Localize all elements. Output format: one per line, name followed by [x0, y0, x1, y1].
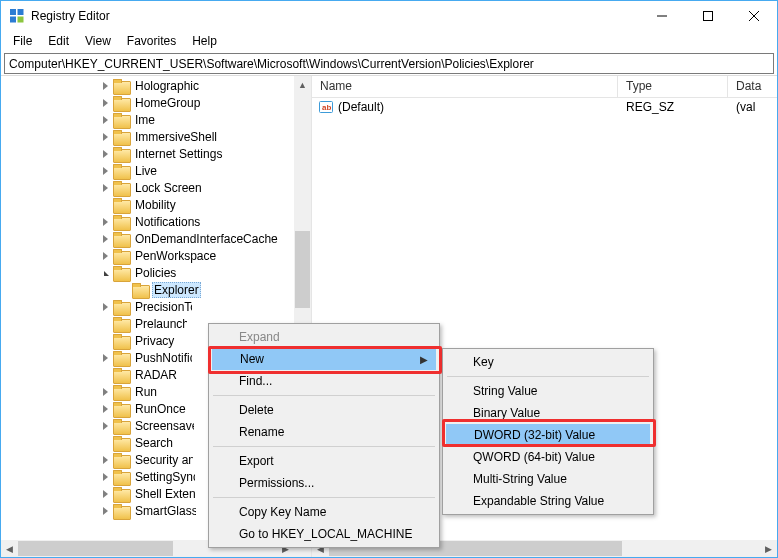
separator [213, 497, 435, 498]
chevron-right-icon[interactable] [97, 486, 113, 502]
app-icon [9, 8, 25, 24]
chevron-right-icon[interactable] [97, 78, 113, 94]
chevron-right-icon[interactable] [97, 163, 113, 179]
col-header-data[interactable]: Data [728, 76, 777, 97]
scroll-right-button[interactable]: ▶ [760, 540, 777, 557]
folder-icon [113, 164, 129, 178]
folder-icon [113, 385, 129, 399]
chevron-right-icon[interactable] [97, 418, 113, 434]
tree-item[interactable]: PenWorkspace [1, 247, 294, 264]
tree-item[interactable]: Notifications [1, 213, 294, 230]
chevron-right-icon[interactable] [97, 231, 113, 247]
value-name: (Default) [338, 100, 384, 114]
tree-item[interactable]: Explorer [1, 281, 294, 298]
ctx-goto-hklm[interactable]: Go to HKEY_LOCAL_MACHINE [211, 523, 437, 545]
ctx-export[interactable]: Export [211, 450, 437, 472]
col-header-type[interactable]: Type [618, 76, 728, 97]
chevron-right-icon[interactable] [97, 384, 113, 400]
folder-icon [113, 436, 129, 450]
tree-item[interactable]: Holographic [1, 77, 294, 94]
chevron-right-icon[interactable] [97, 95, 113, 111]
ctx-permissions[interactable]: Permissions... [211, 472, 437, 494]
chevron-right-icon[interactable] [97, 401, 113, 417]
tree-item[interactable]: OnDemandInterfaceCache [1, 230, 294, 247]
folder-icon [113, 504, 129, 518]
folder-icon [113, 453, 129, 467]
menu-file[interactable]: File [5, 32, 40, 50]
folder-icon [113, 351, 129, 365]
window-title: Registry Editor [31, 9, 639, 23]
value-type: REG_SZ [618, 100, 728, 114]
tree-item-label: Run [133, 385, 159, 399]
minimize-button[interactable] [639, 1, 685, 31]
svg-rect-1 [18, 9, 24, 15]
chevron-right-icon[interactable] [97, 248, 113, 264]
tree-item[interactable]: Lock Screen [1, 179, 294, 196]
folder-icon [113, 249, 129, 263]
ctx-new-multistring[interactable]: Multi-String Value [445, 468, 651, 490]
tree-item[interactable]: Live [1, 162, 294, 179]
tree-item-label: Security and Maintenance [133, 453, 193, 467]
scroll-thumb[interactable] [295, 231, 310, 308]
tree-item[interactable]: Ime [1, 111, 294, 128]
svg-rect-0 [10, 9, 16, 15]
ctx-new-key[interactable]: Key [445, 351, 651, 373]
folder-icon [113, 198, 129, 212]
tree-item-label: Search [133, 436, 175, 450]
menu-view[interactable]: View [77, 32, 119, 50]
chevron-down-icon[interactable] [97, 265, 113, 281]
address-bar[interactable]: Computer\HKEY_CURRENT_USER\Software\Micr… [4, 53, 774, 74]
chevron-right-icon[interactable] [97, 112, 113, 128]
menu-help[interactable]: Help [184, 32, 225, 50]
chevron-right-icon[interactable] [97, 350, 113, 366]
scroll-hthumb[interactable] [18, 541, 173, 556]
separator [213, 446, 435, 447]
chevron-right-icon[interactable] [97, 469, 113, 485]
tree-item[interactable]: Internet Settings [1, 145, 294, 162]
tree-item-label: SmartGlass [133, 504, 196, 518]
chevron-right-icon[interactable] [97, 180, 113, 196]
menu-edit[interactable]: Edit [40, 32, 77, 50]
chevron-right-icon[interactable] [97, 452, 113, 468]
col-header-name[interactable]: Name [312, 76, 618, 97]
chevron-right-icon[interactable] [97, 503, 113, 519]
svg-rect-3 [18, 17, 24, 23]
folder-icon [113, 96, 129, 110]
svg-text:ab: ab [322, 103, 331, 112]
ctx-new-string[interactable]: String Value [445, 380, 651, 402]
menu-favorites[interactable]: Favorites [119, 32, 184, 50]
ctx-rename[interactable]: Rename [211, 421, 437, 443]
ctx-delete[interactable]: Delete [211, 399, 437, 421]
tree-item-label: Explorer [152, 282, 201, 298]
chevron-right-icon[interactable] [97, 299, 113, 315]
tree-item-label: Holographic [133, 79, 201, 93]
ctx-new-qword[interactable]: QWORD (64-bit) Value [445, 446, 651, 468]
ctx-new-expandstring[interactable]: Expandable String Value [445, 490, 651, 512]
titlebar: Registry Editor [1, 1, 777, 31]
ctx-copy-key-name[interactable]: Copy Key Name [211, 501, 437, 523]
value-row[interactable]: ab (Default) REG_SZ (val [312, 98, 777, 116]
tree-item-label: Mobility [133, 198, 178, 212]
tree-item[interactable]: Policies [1, 264, 294, 281]
folder-icon [113, 232, 129, 246]
folder-icon [113, 113, 129, 127]
chevron-right-icon[interactable] [97, 129, 113, 145]
value-data: (val [728, 100, 777, 114]
tree-item-label: RunOnce [133, 402, 188, 416]
chevron-right-icon[interactable] [97, 214, 113, 230]
tree-item[interactable]: PrecisionTouchPad [1, 298, 294, 315]
address-text: Computer\HKEY_CURRENT_USER\Software\Micr… [9, 57, 534, 71]
maximize-button[interactable] [685, 1, 731, 31]
tree-item-label: Live [133, 164, 159, 178]
svg-rect-2 [10, 17, 16, 23]
highlight-box-dword [442, 419, 656, 447]
tree-item[interactable]: Mobility [1, 196, 294, 213]
chevron-right-icon[interactable] [97, 146, 113, 162]
close-button[interactable] [731, 1, 777, 31]
tree-item[interactable]: HomeGroup [1, 94, 294, 111]
menubar: File Edit View Favorites Help [1, 31, 777, 51]
scroll-left-button[interactable]: ◀ [1, 540, 18, 557]
tree-item-label: Shell Extensions [133, 487, 195, 501]
scroll-up-button[interactable]: ▲ [294, 76, 311, 93]
tree-item[interactable]: ImmersiveShell [1, 128, 294, 145]
